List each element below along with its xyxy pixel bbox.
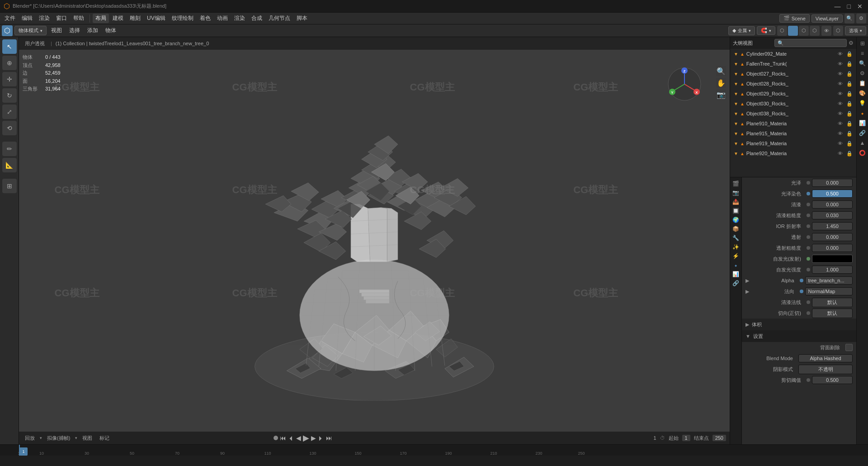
pan-btn[interactable]: ✋ — [716, 78, 726, 88]
outliner-item-5[interactable]: ▼ ▲ Object030_Rocks_ 👁 🔒 — [730, 99, 856, 109]
outliner-item-10[interactable]: ▼ ▲ Plane920_Materia 👁 🔒 — [730, 148, 856, 158]
vp-btn-view[interactable]: 视图 — [80, 434, 94, 442]
prop-blend-mode-value[interactable]: Alpha Hashed — [798, 354, 853, 362]
workspace-sculpt[interactable]: 雕刻 — [127, 14, 143, 23]
prop-gloss-color-value[interactable]: 0.500 — [812, 190, 853, 198]
prop-settings-section[interactable]: ▼ 设置 — [742, 330, 856, 342]
prop-emission-strength-dot[interactable] — [807, 268, 810, 271]
end-frame-input[interactable]: 250 — [712, 435, 726, 441]
props-render-tab[interactable]: 📷 — [731, 188, 741, 197]
minimize-btn[interactable]: — — [833, 3, 843, 10]
cursor-tool-btn[interactable]: ⊕ — [2, 56, 17, 70]
outliner-item-eye-8[interactable]: 👁 — [838, 131, 843, 136]
outliner-item-lock-2[interactable]: 🔒 — [846, 71, 853, 77]
prop-tangent-dot[interactable] — [807, 311, 810, 315]
outliner-item-3[interactable]: ▼ ▲ Object028_Rocks_ 👁 🔒 — [730, 79, 856, 89]
outliner-item-lock-3[interactable]: 🔒 — [846, 81, 853, 87]
prop-tangent-value[interactable]: 默认 — [812, 309, 853, 318]
prop-clearcoat-normal-value[interactable]: 默认 — [812, 298, 853, 307]
prop-emission-strength-value[interactable]: 1.000 — [812, 266, 853, 274]
right-icon-9[interactable]: 🔗 — [858, 128, 867, 138]
outliner-item-eye-6[interactable]: 👁 — [838, 111, 843, 116]
right-icon-material[interactable]: ⬥ — [858, 109, 867, 118]
outliner-item-lock-5[interactable]: 🔒 — [846, 101, 853, 107]
play-btn[interactable]: ▶ — [303, 433, 309, 443]
menu-edit[interactable]: 编辑 — [19, 14, 35, 23]
prop-gloss-color-dot[interactable] — [807, 192, 810, 195]
prop-normal-value[interactable]: Normal/Map — [805, 287, 853, 295]
transform-tool-btn[interactable]: ⟲ — [2, 121, 17, 135]
prop-ior-value[interactable]: 1.450 — [812, 222, 853, 230]
prop-clearcoat-roughness-dot[interactable] — [807, 214, 810, 217]
prop-clearcoat-value[interactable]: 0.000 — [812, 200, 853, 209]
maximize-btn[interactable]: □ — [845, 3, 853, 10]
viewport-shade-wire[interactable]: ⬡ — [777, 26, 787, 36]
mode-icon[interactable]: ⬡ — [2, 25, 13, 36]
select-tool-btn[interactable]: ↖ — [2, 39, 17, 54]
move-tool-btn[interactable]: ✛ — [2, 72, 17, 86]
props-scene-tab[interactable]: 🎬 — [731, 179, 741, 188]
right-icon-1[interactable]: ⊞ — [858, 39, 867, 48]
prop-ior-dot[interactable] — [807, 224, 810, 228]
skip-start-btn[interactable]: ⏮ — [280, 434, 286, 442]
next-frame-btn[interactable]: ⏵ — [318, 434, 324, 442]
view-layer-selector[interactable]: ViewLayer — [811, 14, 843, 23]
mode-selector[interactable]: 物体模式 ▾ — [14, 26, 47, 35]
outliner-item-eye-3[interactable]: 👁 — [838, 81, 843, 86]
outliner-item-9[interactable]: ▼ ▲ Plane919_Materia 👁 🔒 — [730, 138, 856, 148]
prop-alpha-dot[interactable] — [800, 279, 803, 282]
annotate-btn[interactable]: ✏ — [2, 142, 17, 156]
workspace-texture-paint[interactable]: 纹理绘制 — [169, 14, 196, 23]
outliner-item-6[interactable]: ▼ ▲ Object038_Rocks_ 👁 🔒 — [730, 109, 856, 119]
right-icon-3[interactable]: 🔍 — [858, 59, 867, 68]
next-keyframe-btn[interactable]: ▶ — [311, 434, 316, 442]
prop-shadow-mode-value[interactable]: 不透明 — [798, 365, 853, 374]
zoom-in-btn[interactable]: 🔍 — [716, 66, 726, 76]
outliner-item-eye-1[interactable]: 👁 — [838, 61, 843, 67]
outliner-item-4[interactable]: ▼ ▲ Object029_Rocks_ 👁 🔒 — [730, 89, 856, 99]
scene-selector[interactable]: 🎬 Scene — [779, 14, 810, 23]
props-particles-tab[interactable]: ✨ — [731, 243, 741, 252]
prop-volume-section[interactable]: ▶ 体积 — [742, 319, 856, 330]
outliner-item-8[interactable]: ▼ ▲ Plane915_Materia 👁 🔒 — [730, 128, 856, 138]
outliner-item-1[interactable]: ▼ ▲ FallenTree_Trunk( 👁 🔒 — [730, 59, 856, 69]
outliner-search[interactable] — [774, 39, 847, 47]
workspace-scripting[interactable]: 脚本 — [294, 14, 310, 23]
workspace-modeling[interactable]: 建模 — [110, 14, 126, 23]
outliner-item-2[interactable]: ▼ ▲ Object027_Rocks_ 👁 🔒 — [730, 69, 856, 79]
outliner-item-eye-7[interactable]: 👁 — [838, 121, 843, 126]
prop-transmission-dot[interactable] — [807, 235, 810, 239]
filter-btn[interactable]: ⚙ — [856, 14, 866, 24]
prop-clearcoat-roughness-value[interactable]: 0.030 — [812, 211, 853, 219]
workspace-geometry-nodes[interactable]: 几何节点 — [266, 14, 293, 23]
prev-frame-btn[interactable]: ⏴ — [288, 434, 294, 442]
toolbar-view[interactable]: 视图 — [48, 26, 65, 35]
right-icon-10[interactable]: ▲ — [858, 138, 867, 147]
menu-help[interactable]: 帮助 — [71, 14, 87, 23]
rotate-tool-btn[interactable]: ↻ — [2, 88, 17, 103]
outliner-item-lock-6[interactable]: 🔒 — [846, 111, 853, 117]
current-frame-indicator[interactable]: 1 — [19, 447, 28, 456]
outliner-item-lock-10[interactable]: 🔒 — [846, 151, 853, 157]
prop-alpha-value[interactable]: tree_branch_n... — [805, 276, 853, 285]
material-selector[interactable]: ◆ 全属 ▾ — [728, 26, 755, 35]
props-modifier-tab[interactable]: 🔧 — [731, 233, 741, 243]
navigation-gizmo[interactable]: Z X Y — [666, 66, 703, 102]
outliner-item-lock-8[interactable]: 🔒 — [846, 131, 853, 137]
viewport-shade-render[interactable]: ⬡ — [810, 26, 820, 36]
skip-end-btn[interactable]: ⏭ — [326, 434, 332, 442]
props-constraints-tab[interactable]: 🔗 — [731, 279, 741, 288]
outliner-item-eye-10[interactable]: 👁 — [838, 151, 843, 156]
prop-clip-threshold-value[interactable]: 0.500 — [812, 376, 853, 384]
workspace-rendering[interactable]: 渲染 — [231, 14, 248, 23]
right-icon-6[interactable]: 🎨 — [858, 89, 867, 98]
snap-selector[interactable]: 🧲 ▾ — [757, 26, 775, 35]
xray-btn[interactable]: ⬡ — [833, 26, 843, 36]
props-view-layer-tab[interactable]: 🔲 — [731, 206, 741, 215]
viewport-shade-solid[interactable]: ⬡ — [788, 26, 798, 36]
menu-window[interactable]: 窗口 — [53, 14, 70, 23]
start-frame-input[interactable]: 1 — [682, 435, 690, 441]
viewport[interactable]: 用户透视 | (1) Collection | twistedTreelod1_… — [19, 37, 730, 444]
outliner-filter-btn[interactable]: ⚙ — [849, 40, 854, 46]
prop-emission-color[interactable] — [812, 255, 853, 263]
